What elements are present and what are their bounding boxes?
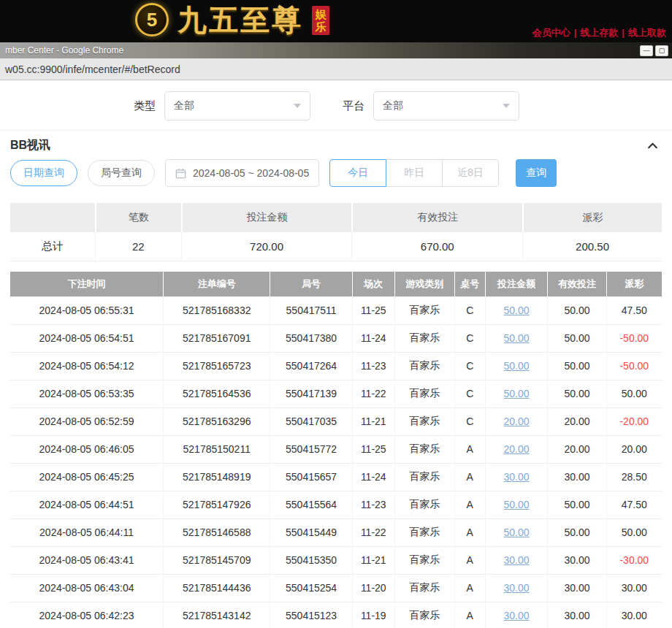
table-row: 2024-08-05 06:54:51 521785167091 5504173…: [10, 324, 662, 352]
bet-amount-link[interactable]: 50.00: [504, 332, 530, 344]
cell-payout: 47.50: [606, 491, 662, 518]
cell-session: 11-21: [352, 407, 394, 435]
bet-amount-link[interactable]: 50.00: [504, 388, 530, 399]
bet-amount-link[interactable]: 30.00: [504, 582, 530, 594]
cell-round-number: 550415657: [270, 463, 352, 491]
date-range-picker[interactable]: 2024-08-05 ~ 2024-08-05: [165, 159, 319, 187]
banner-link-withdraw[interactable]: 线上取款: [628, 27, 666, 38]
records-header-game-type: 游戏类别: [394, 272, 454, 296]
cell-valid-bet: 50.00: [548, 491, 606, 518]
cell-bet-amount: 20.00: [485, 435, 548, 463]
cell-bet-amount: 50.00: [485, 491, 548, 518]
records-header-payout: 派彩: [606, 272, 662, 296]
cell-bet-number: 521785168332: [164, 296, 270, 324]
cell-session: 11-24: [352, 324, 394, 352]
round-query-tab-button[interactable]: 局号查询: [88, 160, 155, 186]
cell-session: 11-22: [352, 380, 394, 407]
section-title: BB视讯: [10, 137, 50, 153]
table-row: 2024-08-05 06:46:05 521785150211 5504157…: [10, 435, 662, 463]
bet-amount-link[interactable]: 30.00: [504, 554, 530, 566]
cell-bet-number: 521785145709: [164, 546, 270, 574]
brand-badge: 娱乐: [312, 6, 329, 36]
table-row: 2024-08-05 06:44:11 521785146588 5504154…: [10, 518, 662, 546]
bet-amount-link[interactable]: 50.00: [504, 305, 530, 316]
cell-bet-time: 2024-08-05 06:54:12: [10, 352, 164, 380]
platform-filter-label: 平台: [343, 99, 364, 113]
type-filter-select[interactable]: 全部: [164, 91, 310, 120]
bet-amount-link[interactable]: 30.00: [504, 471, 530, 483]
link-separator: |: [574, 27, 577, 38]
summary-total-row: 总计 22 720.00 670.00 200.50: [10, 232, 662, 261]
cell-bet-amount: 30.00: [485, 463, 548, 491]
cell-bet-number: 521785163296: [164, 407, 270, 435]
bet-amount-link[interactable]: 20.00: [504, 443, 530, 455]
cell-bet-amount: 50.00: [485, 518, 548, 546]
summary-header-valid-bet: 有效投注: [351, 203, 522, 232]
cell-bet-number: 521785143142: [164, 602, 270, 628]
summary-total-bet-amount: 720.00: [181, 232, 352, 261]
window-controls: — ▢: [640, 45, 668, 56]
records-header-row: 下注时间 注单编号 局号 场次 游戏类别 桌号 投注金额 有效投注 派彩: [10, 272, 662, 296]
minimize-button[interactable]: —: [640, 45, 653, 56]
summary-total-label: 总计: [10, 232, 95, 261]
platform-filter-select[interactable]: 全部: [373, 91, 519, 120]
search-button[interactable]: 查询: [516, 159, 557, 187]
cell-valid-bet: 50.00: [548, 352, 606, 380]
bet-amount-link[interactable]: 50.00: [504, 526, 530, 538]
yesterday-button[interactable]: 昨日: [386, 159, 443, 187]
date-query-tab-button[interactable]: 日期查询: [10, 160, 77, 186]
cell-bet-number: 521785147926: [164, 491, 270, 518]
cell-round-number: 550415350: [270, 546, 352, 574]
cell-round-number: 550415772: [270, 435, 352, 463]
collapse-chevron-up-icon[interactable]: [646, 139, 659, 152]
cell-session: 11-24: [352, 463, 394, 491]
summary-header-payout: 派彩: [522, 203, 662, 232]
cell-bet-number: 521785167091: [164, 324, 270, 352]
bet-amount-link[interactable]: 20.00: [504, 416, 530, 427]
brand-title: 九五至尊: [177, 5, 303, 34]
records-tbody: 2024-08-05 06:55:31 521785168332 5504175…: [10, 296, 662, 628]
bet-amount-link[interactable]: 50.00: [504, 360, 530, 372]
summary-header-count: 笔数: [95, 203, 181, 232]
last-8-days-button[interactable]: 近8日: [442, 159, 499, 187]
summary-header-bet-amount: 投注金额: [181, 203, 352, 232]
query-toolbar: 日期查询 局号查询 2024-08-05 ~ 2024-08-05 今日 昨日 …: [0, 159, 672, 199]
site-banner: 5 九五至尊 娱乐 会员中心|线上存款|线上取款: [0, 0, 672, 42]
cell-game-type: 百家乐: [394, 602, 454, 628]
cell-payout: 50.00: [606, 380, 662, 407]
cell-bet-amount: 30.00: [485, 546, 548, 574]
date-range-text: 2024-08-05 ~ 2024-08-05: [193, 167, 309, 179]
table-row: 2024-08-05 06:52:59 521785163296 5504170…: [10, 407, 662, 435]
cell-valid-bet: 30.00: [548, 574, 606, 602]
cell-valid-bet: 50.00: [548, 518, 606, 546]
records-header-round-number: 局号: [270, 272, 352, 296]
bet-amount-link[interactable]: 50.00: [504, 499, 530, 510]
address-bar[interactable]: w05.cc:9900/infe/mcenter/#/betRecord: [0, 58, 672, 80]
summary-total-count: 22: [95, 232, 181, 261]
cell-valid-bet: 50.00: [548, 324, 606, 352]
banner-link-deposit[interactable]: 线上存款: [580, 27, 618, 38]
cell-bet-amount: 50.00: [485, 380, 548, 407]
chevron-down-icon: [294, 104, 301, 108]
today-button[interactable]: 今日: [329, 159, 386, 187]
brand-logo: 5 九五至尊 娱乐: [135, 3, 329, 37]
cell-bet-time: 2024-08-05 06:44:11: [10, 518, 164, 546]
cell-table-number: A: [454, 602, 485, 628]
cell-bet-time: 2024-08-05 06:55:31: [10, 296, 164, 324]
cell-bet-amount: 30.00: [485, 574, 548, 602]
banner-link-member-center[interactable]: 会员中心: [532, 27, 570, 38]
summary-header-blank: [10, 203, 95, 232]
cell-round-number: 550415564: [270, 491, 352, 518]
cell-game-type: 百家乐: [394, 463, 454, 491]
maximize-button[interactable]: ▢: [655, 45, 668, 56]
cell-round-number: 550417264: [270, 352, 352, 380]
cell-bet-time: 2024-08-05 06:43:04: [10, 574, 164, 602]
cell-bet-amount: 50.00: [485, 324, 548, 352]
cell-session: 11-22: [352, 518, 394, 546]
bet-amount-link[interactable]: 30.00: [504, 610, 530, 621]
cell-round-number: 550417139: [270, 380, 352, 407]
cell-valid-bet: 50.00: [548, 296, 606, 324]
link-separator: |: [622, 27, 625, 38]
table-row: 2024-08-05 06:44:51 521785147926 5504155…: [10, 491, 662, 518]
cell-bet-time: 2024-08-05 06:42:23: [10, 602, 164, 628]
